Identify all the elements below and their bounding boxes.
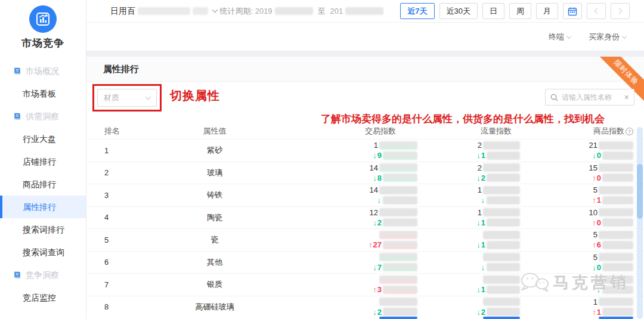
sidebar-item-label: 搜索词排行 [23,225,64,234]
sidebar-item-4[interactable]: 店铺排行 [0,150,86,173]
clear-search-icon[interactable]: × [624,93,629,101]
blurred-highlight-bar [483,317,520,319]
sidebar-item-3[interactable]: 行业大盘 [0,128,86,150]
down-arrow-icon: ↓ [476,240,481,249]
sidebar-item-label: 店铺排行 [23,157,56,166]
blurred-value [379,208,417,216]
blurred-date [275,7,313,15]
up-arrow-icon: ↑ [592,174,596,182]
blurred-value [602,241,633,249]
table-row[interactable]: 7银质↑3↓1↓ [86,273,644,296]
stat-period: 统计周期: 2019 至 201 [219,6,383,17]
change-value: 2 [377,308,382,317]
ledger-icon [13,112,21,120]
flow-index-cell: ↓2 [417,298,520,317]
date-range-group: 近7天近30天日周月 [400,3,563,19]
index-value: 5 [593,230,597,239]
search-input[interactable] [562,93,624,101]
buyer-identity-dropdown[interactable]: 买家身份 [589,32,626,42]
up-arrow-icon: ↑ [373,285,377,294]
blurred-date [345,7,383,15]
column-header-4: 商品指数? [520,126,633,137]
column-header-1: 属性值 [146,126,283,137]
column-header-0: 排名 [86,126,146,137]
scrollbar-thumb[interactable] [637,164,643,219]
range-button-2[interactable]: 日 [482,3,504,19]
goods-index-cell: 5↑1 [520,185,633,205]
sidebar-item-2: 供需洞察 [0,105,86,128]
category-select[interactable]: 日用百 [110,6,217,17]
sidebar-item-label: 竞店监控 [23,293,56,302]
attribute-search[interactable]: × [545,89,634,106]
ledger-icon [13,67,21,75]
change-value: 0 [597,218,601,227]
table-row[interactable]: 8高硼硅玻璃↓2↓21↑1 [86,296,644,318]
attribute-select[interactable]: 材质 [97,89,157,107]
vertical-scrollbar[interactable] [637,127,643,319]
index-value: 5 [593,253,597,262]
blurred-value [599,141,633,150]
chevron-down-icon [622,33,627,38]
sidebar-item-label: 商品排行 [23,179,56,189]
table-row[interactable]: 1紫砂1↓92↓121↓0 [86,139,644,162]
goods-index-cell: 10↑0 [520,208,633,227]
range-button-0[interactable]: 近7天 [400,3,434,19]
blurred-value [383,151,417,160]
period-join-label: 至 [318,6,326,17]
goods-index-cell: 15↑0 [520,163,633,182]
table-row[interactable]: 3铸铁14↓1↓5↑1 [86,184,644,206]
range-button-4[interactable]: 月 [536,3,558,19]
table-row[interactable]: 6其他↓7↓5↓0 [86,251,644,274]
down-arrow-icon: ↓ [373,308,377,317]
trade-index-cell: 14↓8 [283,163,417,182]
sidebar-item-6[interactable]: 属性排行 [0,196,86,218]
table-row[interactable]: 5瓷↑27↓15↑6 [86,228,644,251]
rank-cell: 2 [86,168,146,177]
trade-index-cell: ↑27 [283,230,417,249]
trade-index-cell: 14↓ [283,185,417,205]
attribute-value-cell: 铸铁 [146,190,283,200]
flow-index-cell: ↓1 [417,230,520,249]
prev-period-button[interactable] [587,3,606,19]
blurred-value [599,231,633,239]
change-value: 0 [597,174,601,182]
app-logo: 市场竞争 [0,0,86,60]
terminal-dropdown[interactable]: 终端 [549,32,571,42]
index-value: 21 [589,141,597,150]
change-value: 2 [377,218,382,227]
sidebar-item-8[interactable]: 搜索词查询 [0,241,86,264]
sidebar-item-10[interactable]: 竞店监控 [0,286,86,309]
sidebar-item-5[interactable]: 商品排行 [0,173,86,196]
rank-cell: 4 [86,213,146,222]
blurred-value [602,286,633,294]
range-button-3[interactable]: 周 [509,3,531,19]
sidebar-item-1[interactable]: 市场看板 [0,82,86,105]
blurred-value [487,286,520,294]
chevron-down-icon [566,33,571,38]
goods-index-cell: 5↓0 [520,253,633,272]
index-value: 10 [589,208,597,217]
next-period-button[interactable] [611,3,630,19]
calendar-button[interactable] [563,3,582,19]
attribute-ranking-panel: 属性排行 限时体验 材质 切换属性 × 了解市场卖得多的是什么属性，供货多的是什… [86,57,644,319]
range-button-1[interactable]: 近30天 [439,3,478,19]
table-row[interactable]: 2玻璃14↓82↓215↑0 [86,162,644,184]
table-body: 1紫砂1↓92↓121↓02玻璃14↓82↓215↑03铸铁14↓1↓5↑14陶… [86,139,644,318]
table-row[interactable]: 4陶瓷12↓21↓110↑0 [86,206,644,229]
blurred-value [383,286,417,294]
goods-index-cell: 5↑6 [520,230,633,249]
help-icon[interactable]: ? [626,128,633,135]
down-arrow-icon: ↓ [476,218,481,227]
down-arrow-icon: ↓ [481,196,485,205]
attribute-value-cell: 瓷 [146,234,283,245]
up-arrow-icon: ↑ [592,196,596,205]
sidebar-item-7[interactable]: 搜索词排行 [0,218,86,241]
sidebar-item-label: 行业大盘 [23,134,56,144]
blurred-value [383,174,417,182]
change-value: 7 [377,263,382,272]
goods-index-cell: 1↑1 [520,298,633,317]
attribute-value-cell: 紫砂 [146,145,283,156]
rank-cell: 7 [86,280,146,289]
blurred-value [483,163,520,172]
rank-cell: 3 [86,191,146,200]
